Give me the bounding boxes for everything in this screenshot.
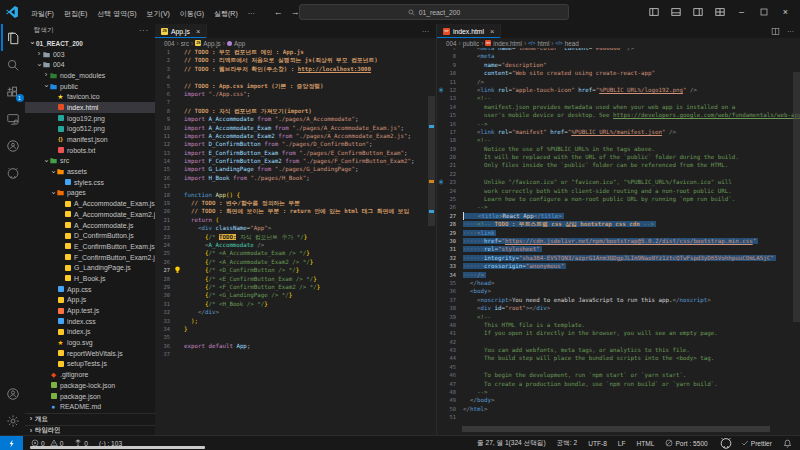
code-line[interactable]: 33 ); xyxy=(155,317,436,325)
search-icon[interactable] xyxy=(1,51,25,78)
code-line[interactable]: 15 user's mobile device or desktop. See … xyxy=(437,111,800,119)
code-line[interactable]: 41 If you open it directly in the browse… xyxy=(437,329,800,337)
code-line[interactable]: 42 xyxy=(437,338,800,346)
layout-panel-icon[interactable] xyxy=(670,7,681,18)
remote-explorer-icon[interactable] xyxy=(1,105,25,132)
code-line[interactable]: 28 {/* <E_ConfirmButton_Exam /> */} xyxy=(155,275,436,283)
status-cursor-position[interactable]: 줄 27, 열 1(324 선택됨) xyxy=(477,439,549,448)
tree-item-004[interactable]: ›004 xyxy=(25,59,155,70)
tree-item-A_Accommodate_Exam.js[interactable]: A_Accommodate_Exam.js xyxy=(25,198,155,209)
code-line[interactable]: 23 Unlike "/favicon.ico" or "favicon.ico… xyxy=(437,178,800,186)
chevron-down-icon[interactable]: › xyxy=(49,168,57,176)
chevron-down-icon[interactable]: › xyxy=(28,39,36,47)
chevron-down-icon[interactable]: › xyxy=(42,157,50,165)
code-line[interactable]: 6import "./App.css"; xyxy=(155,90,436,98)
explorer-more-actions-icon[interactable]: ··· xyxy=(139,27,149,34)
breadcrumb-item-App[interactable]: App xyxy=(227,40,245,47)
code-line[interactable]: 26 {/* <A_Accommodate_Exam2 /> */} xyxy=(155,258,436,266)
status-encoding[interactable]: UTF-8 xyxy=(588,440,610,447)
code-line[interactable]: 16 --> xyxy=(437,120,800,128)
chevron-down-icon[interactable]: › xyxy=(42,82,50,90)
split-editor-icon[interactable] xyxy=(771,27,780,36)
horizontal-scrollbar[interactable] xyxy=(462,426,770,432)
tree-item-logo512.png[interactable]: logo512.png xyxy=(25,124,155,135)
menu-[interactable]: ··· xyxy=(243,10,260,17)
tree-item-.gitignore[interactable]: ◆.gitignore xyxy=(25,369,155,380)
code-line[interactable]: 36export default App; xyxy=(155,342,436,350)
code-line[interactable]: 9import A_Accommodate from "./pages/A_Ac… xyxy=(155,115,436,123)
explorer-icon[interactable] xyxy=(1,24,25,51)
chevron-down-icon[interactable]: › xyxy=(35,61,43,69)
tree-item-pages[interactable]: ›pages xyxy=(25,188,155,199)
live-share-icon[interactable] xyxy=(1,132,25,159)
status-language-mode[interactable]: HTML xyxy=(637,440,658,447)
tree-item-README.md[interactable]: ●README.md xyxy=(25,401,155,412)
code-line[interactable]: 43 You can add webfonts, meta tags, or a… xyxy=(437,346,800,354)
extensions-icon[interactable]: 1 xyxy=(1,78,25,105)
github-icon[interactable] xyxy=(1,159,25,186)
breadcrumb-item-public[interactable]: public xyxy=(463,40,479,47)
minimize-button[interactable]: – xyxy=(736,7,747,18)
code-line[interactable]: 28····<!-- TODO : 부트스트랩 css 삽입 bootstrap… xyxy=(437,220,800,228)
layout-sidebar-icon[interactable] xyxy=(648,7,659,18)
code-line[interactable]: 13 <!-- xyxy=(437,94,800,102)
tree-item-A_Accommodate.js[interactable]: A_Accommodate.js xyxy=(25,220,155,231)
nav-back-icon[interactable]: ← xyxy=(274,7,283,17)
code-line[interactable]: 8// TODO : 자식 컴포넌트 가져오기(import) xyxy=(155,107,436,115)
code-line[interactable]: 34} xyxy=(155,325,436,333)
tree-item-node_modules[interactable]: ›node_modules xyxy=(25,70,155,81)
remote-indicator[interactable] xyxy=(0,436,23,450)
code-line[interactable]: 4 xyxy=(155,73,436,81)
code-line[interactable]: 3// TODO : 웹브라우저 확인(주소창) : http://localh… xyxy=(155,65,436,73)
code-line[interactable]: 20 It will be replaced with the URL of t… xyxy=(437,153,800,161)
code-line[interactable]: 2// TODO : 리액트에서 처음으로 실행되는 js(최상위 부모 컴포넌… xyxy=(155,56,436,64)
tree-item-F_ConfirmButton_Exam2.js[interactable]: F_ConfirmButton_Exam2.js xyxy=(25,252,155,263)
menu-이동G[interactable]: 이동(G) xyxy=(175,10,209,17)
code-line[interactable]: 20 // TODO : 화면에 보이는 부분 : return 안에 있는 h… xyxy=(155,207,436,215)
code-line[interactable]: 35 </head> xyxy=(437,279,800,287)
menu-선택영역S[interactable]: 선택 영역(S) xyxy=(92,10,141,17)
tree-item-index.css[interactable]: index.css xyxy=(25,316,155,327)
tree-item-public[interactable]: ›public xyxy=(25,81,155,92)
tree-item-003[interactable]: ›003 xyxy=(25,49,155,60)
code-line[interactable]: 14 manifest.json provides metadata used … xyxy=(437,103,800,111)
code-line[interactable]: 10import A_Accommodate_Exam from "./page… xyxy=(155,124,436,132)
code-line[interactable]: 14import F_ConfirmButton_Exam2 from "./p… xyxy=(155,157,436,165)
code-line[interactable]: 9 name="description" xyxy=(437,61,800,69)
breadcrumb-item-App.js[interactable]: JSApp.js xyxy=(195,40,221,47)
code-line[interactable]: 25 Learn how to configure a non-root pub… xyxy=(437,195,800,203)
code-line[interactable]: 17 <link rel="manifest" href="%PUBLIC_UR… xyxy=(437,128,800,136)
code-line[interactable]: 15import G_LandingPage from "./pages/G_L… xyxy=(155,165,436,173)
breadcrumb-item-html[interactable]: </>html xyxy=(528,40,549,47)
breadcrumb-item-src[interactable]: src xyxy=(181,40,189,47)
tree-item-assets[interactable]: ›assets xyxy=(25,166,155,177)
code-line[interactable]: 34····/> xyxy=(437,271,800,279)
tree-item-logo192.png[interactable]: logo192.png xyxy=(25,113,155,124)
code-line[interactable]: 26 --> xyxy=(437,203,800,211)
code-line[interactable]: 18 <!-- xyxy=(437,136,800,144)
code-line[interactable]: 19 Notice the use of %PUBLIC_URL% in the… xyxy=(437,145,800,153)
code-line[interactable]: 12 <link rel="apple-touch-icon" href="%P… xyxy=(437,86,800,94)
code-line[interactable]: 21 Only files inside the `public` folder… xyxy=(437,161,800,169)
tree-item-G_LandingPage.js[interactable]: G_LandingPage.js xyxy=(25,262,155,273)
close-button[interactable]: × xyxy=(780,7,791,18)
code-line[interactable]: 24 <A_Accommodate /> xyxy=(155,241,436,249)
menu-실행R[interactable]: 실행(R) xyxy=(209,10,243,17)
more-actions-icon[interactable]: ··· xyxy=(787,28,794,35)
code-line[interactable]: 24 work correctly both with client-side … xyxy=(437,187,800,195)
code-line[interactable]: 8 <meta xyxy=(437,52,800,60)
code-line[interactable]: 37 xyxy=(155,350,436,358)
tree-item-robots.txt[interactable]: robots.txt xyxy=(25,145,155,156)
chevron-right-icon[interactable]: › xyxy=(27,415,35,423)
chevron-right-icon[interactable]: › xyxy=(42,71,50,79)
status-live-server-port[interactable]: Port : 5500 xyxy=(665,439,710,447)
code-line[interactable]: 11import A_Accommodate_Exam2 from "./pag… xyxy=(155,132,436,140)
tree-item-D_ConfirmButton.js[interactable]: D_ConfirmButton.js xyxy=(25,230,155,241)
settings-icon[interactable] xyxy=(1,407,25,434)
tree-item-H_Book.js[interactable]: H_Book.js xyxy=(25,273,155,284)
code-line[interactable]: 31······rel="stylesheet" xyxy=(437,245,800,253)
status-eol[interactable]: LF xyxy=(618,440,629,447)
code-line[interactable]: 1// TODO : 부모 컴포넌트 메인 : App.js xyxy=(155,48,436,56)
code-line[interactable]: 11 /> xyxy=(437,78,800,86)
code-line[interactable]: 23 {/* TODO: 자식 컴포넌트 추가 */} xyxy=(155,233,436,241)
